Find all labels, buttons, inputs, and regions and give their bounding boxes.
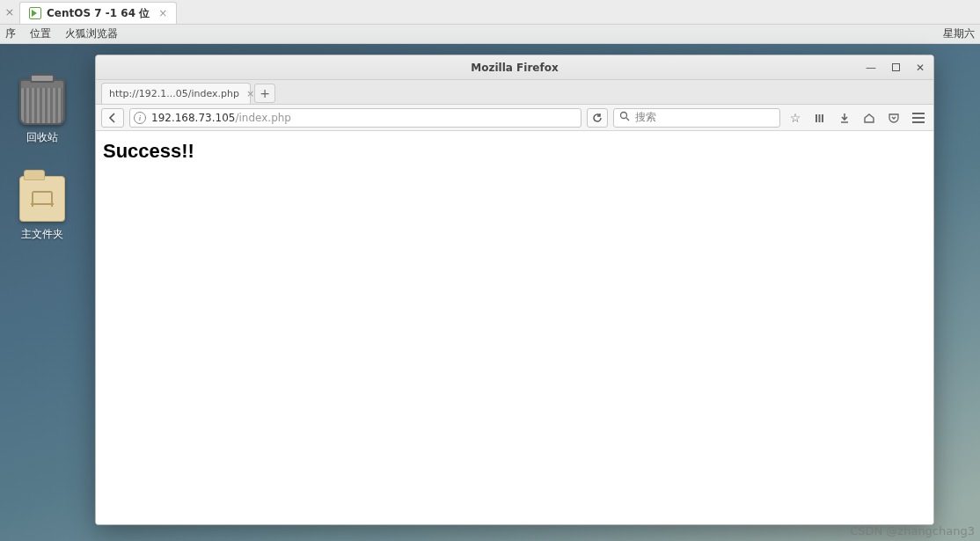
library-icon: [814, 112, 826, 124]
trash-icon: [19, 79, 65, 125]
home-button[interactable]: [859, 108, 879, 128]
browser-tab-label: http://192.1...05/index.php: [109, 88, 239, 99]
site-info-icon[interactable]: i: [134, 112, 146, 124]
firefox-tabstrip: http://192.1...05/index.php × +: [96, 80, 933, 105]
menu-item-places[interactable]: 位置: [30, 26, 51, 41]
host-vm-tab[interactable]: CentOS 7 -1 64 位 ×: [19, 2, 177, 24]
desktop-icon-trash[interactable]: 回收站: [7, 79, 77, 145]
desktop-icon-home[interactable]: 主文件夹: [7, 176, 77, 242]
reload-button[interactable]: [587, 108, 608, 128]
svg-rect-3: [819, 114, 821, 122]
new-tab-button[interactable]: +: [254, 84, 275, 103]
home-folder-icon: [19, 176, 65, 222]
menu-button[interactable]: [909, 108, 928, 128]
vm-play-icon: [29, 7, 41, 19]
bookmark-star-button[interactable]: ☆: [786, 108, 805, 128]
desktop-icon-home-label: 主文件夹: [7, 227, 77, 242]
page-heading: Success!!: [103, 140, 926, 163]
host-tab-close-left[interactable]: ×: [0, 0, 19, 24]
svg-rect-2: [815, 114, 817, 122]
host-vm-tab-close[interactable]: ×: [158, 7, 167, 19]
window-minimize-button[interactable]: —: [863, 60, 879, 76]
svg-line-1: [626, 118, 629, 121]
firefox-toolbar: i 192.168.73.105/index.php 搜索 ☆: [96, 105, 933, 131]
downloads-button[interactable]: [835, 108, 854, 128]
url-path: /index.php: [235, 112, 291, 124]
search-bar[interactable]: 搜索: [613, 108, 780, 128]
desktop[interactable]: 回收站 主文件夹 Mozilla Firefox — ✕ http://192.…: [0, 44, 980, 541]
window-maximize-button[interactable]: [888, 60, 903, 76]
search-placeholder: 搜索: [635, 110, 656, 125]
svg-rect-4: [822, 114, 823, 122]
menu-item-apps[interactable]: 序: [5, 26, 16, 41]
menu-item-firefox[interactable]: 火狐浏览器: [65, 26, 118, 41]
maximize-icon: [892, 63, 900, 71]
clock-day[interactable]: 星期六: [943, 26, 975, 41]
reload-icon: [592, 113, 603, 123]
page-content: Success!!: [96, 131, 933, 524]
pocket-button[interactable]: [884, 108, 903, 128]
star-icon: ☆: [790, 111, 801, 125]
back-button[interactable]: [101, 108, 124, 128]
pocket-icon: [888, 112, 900, 124]
host-vm-tab-label: CentOS 7 -1 64 位: [47, 6, 150, 21]
url-bar[interactable]: i 192.168.73.105/index.php: [129, 108, 581, 128]
browser-tab-close[interactable]: ×: [246, 88, 254, 99]
search-icon: [619, 111, 630, 124]
svg-point-0: [621, 113, 627, 119]
library-button[interactable]: [810, 108, 830, 128]
desktop-icon-trash-label: 回收站: [7, 130, 77, 145]
guest-menubar: 序 位置 火狐浏览器 星期六: [0, 25, 980, 44]
watermark: CSDN @zhangchang3: [850, 524, 975, 537]
window-close-button[interactable]: ✕: [912, 60, 928, 76]
firefox-window: Mozilla Firefox — ✕ http://192.1...05/in…: [95, 55, 934, 525]
download-icon: [838, 112, 851, 124]
browser-tab[interactable]: http://192.1...05/index.php ×: [101, 83, 251, 104]
firefox-window-title: Mozilla Firefox: [471, 62, 558, 74]
home-icon: [863, 112, 875, 124]
url-host: 192.168.73.105: [151, 112, 235, 124]
hamburger-icon: [912, 113, 925, 123]
host-tabbar: × CentOS 7 -1 64 位 ×: [0, 0, 980, 25]
arrow-left-icon: [107, 113, 118, 123]
firefox-titlebar[interactable]: Mozilla Firefox — ✕: [96, 55, 933, 80]
